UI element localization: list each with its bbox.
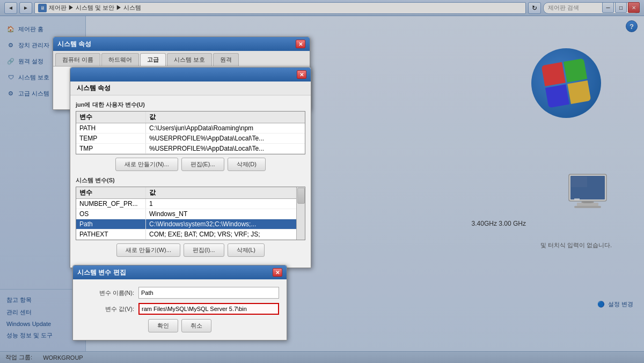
main-window: ◄ ► 🖥 제어판 ▶ 시스템 및 보안 ▶ 시스템 ↻ 제어판 검색 🔍 ─ … bbox=[0, 0, 644, 363]
user-btn-row: 새로 만들기(N)... 편집(E)... 삭제(D) bbox=[76, 158, 305, 171]
sys-props-close[interactable]: ✕ bbox=[296, 40, 305, 48]
var-edit-title: 시스템 변수 편집 bbox=[77, 268, 126, 277]
var-edit-ok[interactable]: 확인 bbox=[148, 319, 178, 332]
user-header-var: 변수 bbox=[76, 112, 146, 123]
user-header-val: 값 bbox=[146, 112, 305, 123]
sys-props-tabs: 컴퓨터 이름 하드웨어 고급 시스템 보호 원격 bbox=[53, 51, 310, 66]
sys-vars-table: 변수 값 NUMBER_OF_PR... 1 OS Windows_NT P bbox=[76, 187, 305, 240]
user-vars-title: jun에 대한 사용자 변수(U) bbox=[76, 101, 305, 109]
var-name-input[interactable] bbox=[138, 287, 279, 299]
user-vars-inner: 변수 값 PATH C:\Users\jun\AppData\Roaming\n… bbox=[76, 112, 305, 154]
var-value-row: 변수 값(V): bbox=[80, 303, 279, 315]
env-vars-close[interactable]: ✕ bbox=[297, 70, 306, 79]
tab-computer-name[interactable]: 컴퓨터 이름 bbox=[55, 53, 100, 66]
env-vars-titlebar: ✕ bbox=[70, 68, 311, 82]
user-val-2: %USERPROFILE%\AppData\Local\Te... bbox=[146, 144, 305, 153]
var-edit-close[interactable]: ✕ bbox=[273, 268, 282, 277]
tab-remote[interactable]: 원격 bbox=[213, 53, 239, 66]
sys-var-3: PATHEXT bbox=[76, 229, 146, 239]
tab-advanced[interactable]: 고급 bbox=[140, 53, 166, 66]
user-new-btn[interactable]: 새로 만들기(N)... bbox=[115, 158, 178, 171]
sys-val-3: COM; EXE; BAT; CMD; VRS; VRF; JS; bbox=[146, 229, 296, 239]
sys-var-0: NUMBER_OF_PR... bbox=[76, 199, 146, 209]
var-edit-dialog: 시스템 변수 편집 ✕ 변수 이름(N): 변수 값(V): 확인 취소 bbox=[72, 265, 287, 340]
var-name-row: 변수 이름(N): bbox=[80, 287, 279, 299]
sys-val-2: C:\Windows\system32;C:\Windows;... bbox=[146, 219, 296, 229]
sys-row-0[interactable]: NUMBER_OF_PR... 1 bbox=[76, 199, 296, 209]
env-vars-content: jun에 대한 사용자 변수(U) 변수 값 PATH C:\Users\jun… bbox=[70, 95, 311, 268]
var-name-label: 변수 이름(N): bbox=[80, 289, 134, 297]
sys-btn-row: 새로 만들기(W)... 편집(I)... 삭제(L) bbox=[76, 243, 305, 257]
sys-var-2: Path bbox=[76, 219, 146, 229]
tab-hardware[interactable]: 하드웨어 bbox=[101, 53, 139, 66]
var-value-input[interactable] bbox=[138, 303, 279, 315]
user-var-2: TMP bbox=[76, 144, 146, 153]
sys-row-3[interactable]: PATHEXT COM; EXE; BAT; CMD; VRS; VRF; JS… bbox=[76, 229, 296, 240]
sys-val-0: 1 bbox=[146, 199, 296, 209]
sys-vars-title: 시스템 변수(S) bbox=[76, 176, 305, 184]
sys-var-1: OS bbox=[76, 209, 146, 219]
sys-header-var: 변수 bbox=[76, 187, 146, 198]
user-row-2[interactable]: TMP %USERPROFILE%\AppData\Local\Te... bbox=[76, 144, 305, 154]
sys-vars-inner: 변수 값 NUMBER_OF_PR... 1 OS Windows_NT P bbox=[76, 187, 296, 240]
var-edit-cancel[interactable]: 취소 bbox=[181, 319, 211, 332]
user-vars-table: 변수 값 PATH C:\Users\jun\AppData\Roaming\n… bbox=[76, 111, 305, 154]
user-var-0: PATH bbox=[76, 123, 146, 133]
var-value-label: 변수 값(V): bbox=[80, 305, 134, 313]
sys-edit-btn[interactable]: 편집(I)... bbox=[184, 243, 224, 257]
env-vars-dialog: ✕ 시스템 속성 jun에 대한 사용자 변수(U) 변수 값 PATH bbox=[70, 67, 311, 268]
sys-row-2[interactable]: Path C:\Windows\system32;C:\Windows;... bbox=[76, 219, 296, 229]
var-edit-btn-row: 확인 취소 bbox=[80, 319, 279, 332]
sys-props-title: 시스템 속성 bbox=[57, 40, 91, 49]
sys-new-btn[interactable]: 새로 만들기(W)... bbox=[116, 243, 180, 257]
sys-val-1: Windows_NT bbox=[146, 209, 296, 219]
sys-delete-btn[interactable]: 삭제(L) bbox=[228, 243, 265, 257]
var-edit-titlebar: 시스템 변수 편집 ✕ bbox=[73, 265, 287, 279]
sys-vars-section: 시스템 변수(S) 변수 값 NUMBER_OF_PR... 1 OS bbox=[76, 176, 305, 257]
user-row-0[interactable]: PATH C:\Users\jun\AppData\Roaming\npm bbox=[76, 123, 305, 134]
user-edit-btn[interactable]: 편집(E)... bbox=[181, 158, 224, 171]
user-vars-header: 변수 값 bbox=[76, 112, 305, 123]
user-vars-section: jun에 대한 사용자 변수(U) 변수 값 PATH C:\Users\jun… bbox=[76, 101, 305, 171]
sys-vars-header: 변수 값 bbox=[76, 187, 296, 199]
user-val-0: C:\Users\jun\AppData\Roaming\npm bbox=[146, 123, 305, 133]
sys-props-titlebar: 시스템 속성 ✕ bbox=[53, 37, 310, 51]
user-delete-btn[interactable]: 삭제(D) bbox=[228, 158, 266, 171]
sys-scrollbar[interactable] bbox=[296, 187, 305, 240]
var-edit-content: 변수 이름(N): 변수 값(V): 확인 취소 bbox=[73, 279, 287, 340]
tab-sys-protect[interactable]: 시스템 보호 bbox=[167, 53, 212, 66]
sys-row-1[interactable]: OS Windows_NT bbox=[76, 209, 296, 219]
sys-header-val: 값 bbox=[146, 187, 296, 198]
env-vars-title bbox=[75, 71, 114, 78]
env-vars-inner-title: 시스템 속성 bbox=[70, 82, 311, 95]
user-var-1: TEMP bbox=[76, 134, 146, 143]
scroll-thumb bbox=[297, 188, 305, 204]
user-val-1: %USERPROFILE%\AppData\Local\Te... bbox=[146, 134, 305, 143]
user-row-1[interactable]: TEMP %USERPROFILE%\AppData\Local\Te... bbox=[76, 134, 305, 144]
env-title-text: 시스템 속성 bbox=[77, 84, 111, 92]
